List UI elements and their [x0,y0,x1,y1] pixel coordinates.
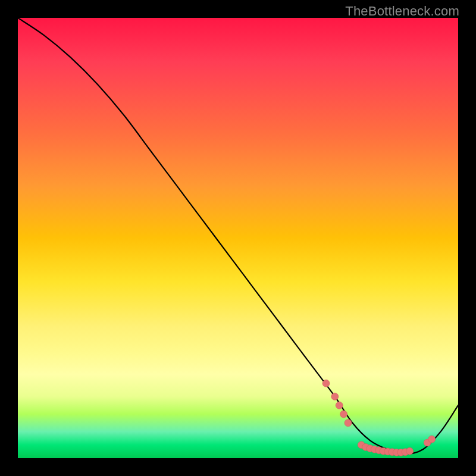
watermark-text: TheBottleneck.com [345,4,459,19]
chart-plot-area [18,18,458,458]
data-marker [406,447,414,455]
data-marker [322,380,330,387]
chart-frame: TheBottleneck.com [0,0,476,476]
bottleneck-curve [18,18,458,454]
chart-overlay-svg [18,18,458,458]
data-marker [428,436,436,443]
data-marker [340,411,347,418]
data-markers-group [322,380,436,456]
data-marker [336,402,343,409]
data-marker [345,419,352,427]
data-marker [331,393,339,400]
